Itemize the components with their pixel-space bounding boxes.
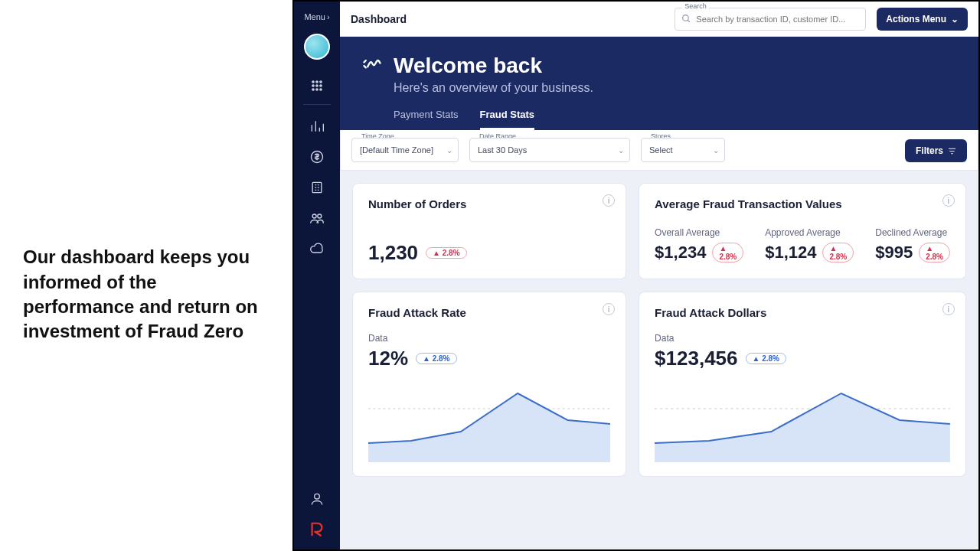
content-area: i Number of Orders 1,230 ▲ 2.8% i Averag… bbox=[340, 171, 978, 549]
info-icon[interactable]: i bbox=[603, 303, 615, 315]
svg-point-12 bbox=[318, 214, 322, 218]
search-icon bbox=[681, 14, 691, 24]
hero: Welcome back Here's an overview of your … bbox=[340, 37, 978, 130]
filter-bar: Time Zone [Default Time Zone] ⌄ Date Ran… bbox=[340, 130, 978, 171]
info-icon[interactable]: i bbox=[942, 194, 955, 207]
bar-chart-icon[interactable] bbox=[302, 111, 332, 142]
stores-select[interactable]: Select bbox=[641, 138, 725, 162]
svg-point-3 bbox=[312, 85, 314, 86]
svg-point-11 bbox=[312, 214, 316, 218]
avg-approved-value: $1,124 bbox=[765, 243, 816, 262]
filters-button-label: Filters bbox=[916, 145, 943, 156]
actions-menu-button[interactable]: Actions Menu ⌄ bbox=[877, 8, 968, 31]
marketing-caption: Our dashboard keeps you informed of the … bbox=[23, 245, 270, 344]
avg-approved-delta: ▲ 2.8% bbox=[822, 243, 854, 262]
dollars-value: $123,456 bbox=[655, 347, 737, 370]
tab-payment-stats[interactable]: Payment Stats bbox=[394, 109, 459, 130]
orders-value: 1,230 bbox=[368, 241, 418, 265]
topbar: Dashboard Search Actions Menu ⌄ bbox=[340, 2, 978, 37]
rate-delta-badge: ▲ 2.8% bbox=[416, 353, 456, 364]
app-frame: Menu › Dashboard bbox=[292, 0, 980, 551]
card-fraud-attack-rate: i Fraud Attack Rate Data 12% ▲ 2.8% bbox=[352, 292, 626, 477]
search-field[interactable]: Search bbox=[675, 8, 866, 31]
chevron-right-icon: › bbox=[327, 12, 330, 21]
building-icon[interactable] bbox=[302, 172, 332, 203]
card-avg-fraud-values: i Average Fraud Transaction Values Overa… bbox=[639, 183, 966, 279]
avg-overall-delta: ▲ 2.8% bbox=[712, 243, 743, 262]
filter-icon bbox=[948, 147, 956, 155]
card-title: Fraud Attack Dollars bbox=[655, 306, 950, 319]
card-number-of-orders: i Number of Orders 1,230 ▲ 2.8% bbox=[352, 183, 626, 279]
rate-sparkline bbox=[368, 378, 610, 462]
avg-overall-label: Overall Average bbox=[655, 227, 743, 238]
hero-subtitle: Here's an overview of your business. bbox=[394, 81, 957, 95]
users-icon[interactable] bbox=[302, 203, 332, 233]
cloud-icon[interactable] bbox=[302, 233, 332, 264]
dollars-delta-badge: ▲ 2.8% bbox=[746, 353, 786, 364]
card-title: Fraud Attack Rate bbox=[368, 306, 610, 319]
svg-point-7 bbox=[316, 89, 318, 90]
dollars-sparkline bbox=[655, 378, 950, 462]
chevron-down-icon: ⌄ bbox=[951, 14, 959, 24]
avg-overall-value: $1,234 bbox=[655, 243, 706, 262]
avg-declined-label: Declined Average bbox=[875, 227, 950, 238]
timezone-select[interactable]: [Default Time Zone] bbox=[351, 138, 459, 162]
brand-logo-icon bbox=[302, 514, 332, 545]
svg-point-13 bbox=[315, 494, 320, 499]
info-icon[interactable]: i bbox=[603, 194, 615, 207]
svg-point-0 bbox=[312, 81, 314, 83]
dollar-icon[interactable] bbox=[302, 142, 332, 172]
rate-value: 12% bbox=[368, 347, 408, 370]
card-fraud-attack-dollars: i Fraud Attack Dollars Data $123,456 ▲ 2… bbox=[639, 292, 966, 477]
rate-sublabel: Data bbox=[368, 333, 610, 344]
svg-point-8 bbox=[320, 89, 322, 90]
search-legend: Search bbox=[682, 2, 709, 10]
page-title: Dashboard bbox=[351, 13, 407, 25]
svg-rect-10 bbox=[312, 182, 322, 192]
svg-point-4 bbox=[316, 85, 318, 86]
grid-icon[interactable] bbox=[302, 70, 332, 101]
card-title: Average Fraud Transaction Values bbox=[655, 197, 950, 210]
orders-delta-badge: ▲ 2.8% bbox=[426, 247, 466, 259]
wave-icon bbox=[361, 55, 383, 77]
card-title: Number of Orders bbox=[368, 197, 610, 210]
main: Dashboard Search Actions Menu ⌄ Welcome … bbox=[340, 2, 978, 549]
avg-approved-label: Approved Average bbox=[765, 227, 854, 238]
daterange-select[interactable]: Last 30 Days bbox=[469, 138, 630, 162]
sidebar: Menu › bbox=[294, 2, 340, 549]
divider bbox=[303, 104, 331, 105]
avg-declined-delta: ▲ 2.8% bbox=[919, 243, 950, 262]
svg-point-2 bbox=[320, 81, 322, 83]
svg-point-14 bbox=[683, 15, 689, 21]
search-input[interactable] bbox=[696, 15, 859, 24]
svg-point-1 bbox=[316, 81, 318, 83]
hero-tabs: Payment Stats Fraud Stats bbox=[394, 109, 957, 130]
info-icon[interactable]: i bbox=[942, 303, 955, 315]
hero-title: Welcome back bbox=[394, 54, 542, 78]
svg-point-6 bbox=[312, 89, 314, 90]
menu-label: Menu bbox=[304, 12, 325, 21]
avg-declined-value: $995 bbox=[875, 243, 913, 262]
svg-point-5 bbox=[320, 85, 322, 86]
menu-toggle[interactable]: Menu › bbox=[304, 6, 329, 29]
profile-icon[interactable] bbox=[302, 484, 332, 514]
tab-fraud-stats[interactable]: Fraud Stats bbox=[480, 109, 535, 130]
avatar[interactable] bbox=[304, 34, 330, 60]
filters-button[interactable]: Filters bbox=[905, 139, 967, 162]
actions-menu-label: Actions Menu bbox=[886, 14, 946, 24]
dollars-sublabel: Data bbox=[655, 333, 950, 344]
